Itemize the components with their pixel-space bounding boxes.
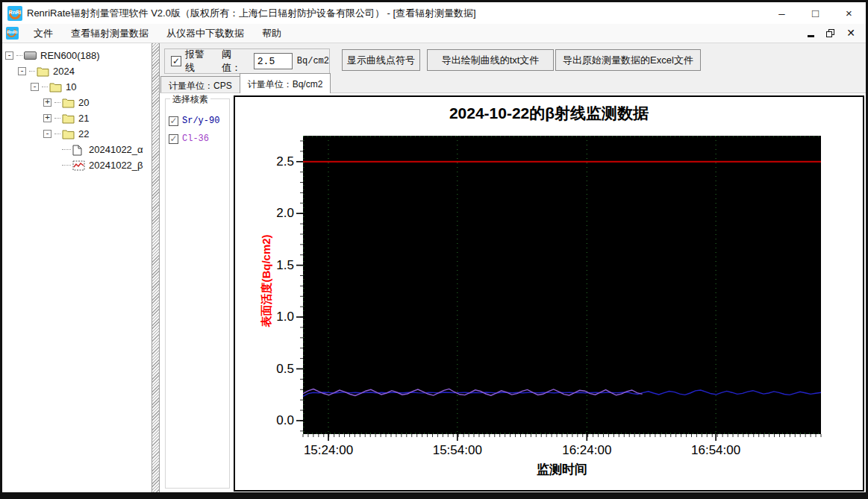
chart-panel: 2024-10-22的β射线监测数据 表面活度(Bq/cm2) 监测时间 0.0… <box>234 95 864 492</box>
nuclide-label-sr-y-90: Sr/y-90 <box>182 116 219 126</box>
folder-icon <box>62 129 75 139</box>
nuclide-row-sr-y-90[interactable]: ✓ Sr/y-90 <box>169 116 229 126</box>
close-button[interactable]: × <box>832 2 866 24</box>
x-tick-label: 16:24:00 <box>553 443 620 458</box>
app-logo-icon: RnRi <box>7 6 22 21</box>
app-logo-icon-small: RnRi <box>6 27 19 40</box>
device-icon <box>24 51 37 60</box>
threshold-input[interactable] <box>254 53 293 69</box>
folder-icon <box>62 98 75 108</box>
nuclide-label-cl-36: Cl-36 <box>182 134 209 144</box>
tree-node-month[interactable]: - 10 <box>31 79 152 95</box>
x-tick-label: 15:54:00 <box>424 443 491 458</box>
alarm-line-label: 报警线 <box>185 48 214 75</box>
tree-node-device[interactable]: - REN600(188) <box>5 48 152 63</box>
mdi-minimize-button[interactable] <box>808 35 814 37</box>
device-tree: - REN600(188) - 2024 - 10 <box>2 43 152 492</box>
folder-icon <box>49 82 62 92</box>
x-tick-label: 15:24:00 <box>295 443 362 458</box>
nuclide-row-cl-36[interactable]: ✓ Cl-36 <box>169 134 229 144</box>
folder-icon <box>62 113 75 124</box>
window-title: RenriRate辐射剂量管理软件 V2.0版（版权所有：上海仁日辐射防护设备有… <box>27 7 476 20</box>
nuclide-selector-group: 选择核素 ✓ Sr/y-90 ✓ Cl-36 <box>165 98 230 489</box>
folder-icon <box>37 66 49 77</box>
expander-icon[interactable]: - <box>5 51 13 60</box>
tab-page-bqcm2: 选择核素 ✓ Sr/y-90 ✓ Cl-36 2024-10-22的β射线监测数… <box>160 92 866 492</box>
menu-view-measurement-data[interactable]: 查看辐射测量数据 <box>62 24 157 43</box>
tree-node-file-alpha[interactable]: 20241022_α <box>62 142 152 157</box>
expander-icon[interactable]: - <box>43 130 51 138</box>
nuclide-group-title: 选择核素 <box>170 93 210 106</box>
menu-bar: RnRi 文件 查看辐射测量数据 从仪器中下载数据 帮助 ✕ <box>2 24 866 43</box>
export-txt-button[interactable]: 导出绘制曲线的txt文件 <box>427 49 554 71</box>
tab-unit-bqcm2[interactable]: 计量单位：Bq/cm2 <box>240 73 331 93</box>
panel-splitter[interactable] <box>152 43 160 492</box>
nuclide-checkbox-sr-y-90[interactable]: ✓ <box>169 116 178 126</box>
y-tick-label: 1.0 <box>249 310 294 324</box>
maximize-button[interactable]: □ <box>799 2 832 24</box>
main-area: - REN600(188) - 2024 - 10 <box>2 43 866 492</box>
menu-help[interactable]: 帮助 <box>253 24 290 43</box>
threshold-unit: Bq/cm2 <box>297 56 329 66</box>
tree-node-day-22[interactable]: - 22 <box>43 126 152 142</box>
tree-node-day-21[interactable]: + 21 <box>43 110 152 126</box>
menu-file[interactable]: 文件 <box>25 24 62 43</box>
y-tick-label: 0.5 <box>249 362 294 377</box>
app-window: RnRi RenriRate辐射剂量管理软件 V2.0版（版权所有：上海仁日辐射… <box>0 0 868 499</box>
unit-tabs: 计量单位：CPS 计量单位：Bq/cm2 <box>160 74 331 93</box>
document-icon <box>72 145 85 155</box>
y-tick-label: 0.0 <box>249 413 294 428</box>
expander-icon[interactable]: + <box>43 114 51 122</box>
show-curve-points-button[interactable]: 显示曲线点符号 <box>342 49 420 71</box>
title-bar: RnRi RenriRate辐射剂量管理软件 V2.0版（版权所有：上海仁日辐射… <box>2 2 866 24</box>
alarm-line-checkbox[interactable]: ✓ <box>171 56 181 66</box>
export-excel-button[interactable]: 导出原始测量数据的Excel文件 <box>555 49 701 71</box>
plot-area <box>235 97 863 490</box>
expander-icon[interactable]: - <box>18 67 26 75</box>
tree-node-year[interactable]: - 2024 <box>18 63 152 79</box>
expander-icon[interactable]: - <box>31 83 39 91</box>
monitoring-chart: 2024-10-22的β射线监测数据 表面活度(Bq/cm2) 监测时间 0.0… <box>235 97 863 490</box>
y-tick-label: 2.0 <box>249 206 294 221</box>
x-tick-label: 16:54:00 <box>682 443 749 458</box>
x-axis-label: 监测时间 <box>303 461 821 478</box>
y-tick-label: 1.5 <box>249 258 294 273</box>
chart-title: 2024-10-22的β射线监测数据 <box>235 103 863 124</box>
alarm-line-group: ✓ 报警线 阈值： Bq/cm2 <box>164 48 330 74</box>
tree-node-file-beta-selected[interactable]: 20241022_β <box>62 157 152 173</box>
y-axis-label: 表面活度(Bq/cm2) <box>260 218 274 345</box>
chart-file-icon <box>72 160 85 171</box>
nuclide-checkbox-cl-36[interactable]: ✓ <box>169 134 178 144</box>
mdi-close-button[interactable]: ✕ <box>846 29 855 37</box>
menu-download-from-instrument[interactable]: 从仪器中下载数据 <box>157 24 253 43</box>
minimize-button[interactable]: – <box>765 2 799 24</box>
tab-unit-cps[interactable]: 计量单位：CPS <box>160 76 240 93</box>
mdi-restore-button[interactable] <box>826 29 834 37</box>
expander-icon[interactable]: + <box>43 98 51 107</box>
tree-node-day-20[interactable]: + 20 <box>43 95 152 110</box>
y-tick-label: 2.5 <box>249 154 294 169</box>
threshold-label: 阈值： <box>222 48 251 75</box>
